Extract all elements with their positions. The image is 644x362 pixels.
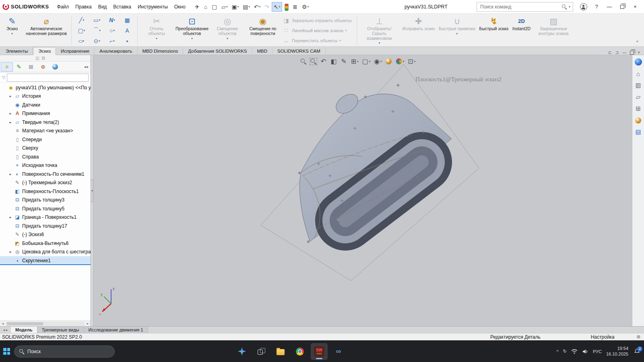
expand-arrow-icon[interactable]: ▸	[8, 111, 12, 115]
doc-window-button[interactable]: ×	[638, 50, 640, 55]
ribbon-collapse-icon[interactable]: ^	[632, 39, 642, 46]
menu-item[interactable]: Файл	[54, 2, 72, 11]
expand-arrow-icon[interactable]: ▸	[8, 215, 12, 219]
expand-arrow-icon[interactable]: ▸	[8, 250, 12, 254]
ribbon-button[interactable]: ⌀ Автоматическое нанесение размеров	[23, 14, 70, 46]
dropdown-caret-icon[interactable]: ▾	[369, 60, 371, 63]
menu-item[interactable]: Вид	[95, 2, 110, 11]
panel-scroll-left-icon[interactable]: ◂	[84, 65, 86, 69]
hud-button[interactable]	[386, 58, 392, 64]
dropdown-caret-icon[interactable]: ▾	[379, 41, 380, 45]
ribbon-button[interactable]: ⊥ Отобразить/Скрыть взаимосвязи ▾	[358, 14, 400, 46]
dropdown-caret-icon[interactable]: ▾	[403, 60, 405, 63]
panel-tab[interactable]	[49, 62, 61, 72]
expand-arrow-icon[interactable]: ▸	[8, 94, 12, 98]
dropdown-caret-icon[interactable]: ▾	[345, 29, 347, 32]
dropdown-caret-icon[interactable]: ▾	[357, 60, 359, 63]
ribbon-tab[interactable]: Добавления SOLIDWORKS	[183, 47, 252, 55]
tree-item[interactable]: ◆ ручкаV31 (По умолчанию) <<По ум	[0, 83, 91, 92]
ribbon-tab[interactable]: Анализировать	[95, 47, 137, 55]
tree-item[interactable]: ▸ A Примечания	[0, 109, 91, 118]
expand-arrow-icon[interactable]: ▸	[8, 172, 12, 176]
document-tab[interactable]: Модель	[11, 327, 37, 333]
quick-icon-button[interactable]: ✈	[193, 2, 202, 12]
notification-center-button[interactable]: 2	[633, 348, 641, 356]
ribbon-tab[interactable]: MBD	[252, 47, 272, 55]
hud-button[interactable]: ⊞ ▾	[351, 58, 359, 65]
quick-icon-button[interactable]: ⚙ ▾	[300, 2, 311, 12]
doc-window-button[interactable]: —	[622, 50, 626, 55]
funnel-icon[interactable]: ▽	[2, 75, 5, 80]
dropdown-caret-icon[interactable]: ▾	[114, 19, 115, 22]
ribbon-tab[interactable]: Исправление	[56, 47, 95, 55]
tree-item[interactable]: ▸ ▱ История	[0, 92, 91, 101]
quick-icon-button[interactable]: ↷	[262, 2, 272, 12]
menu-item[interactable]: Окно	[171, 2, 189, 11]
ribbon-button[interactable]: ∷ Линейный массив эскиза ▾	[283, 26, 353, 35]
quick-icon-button[interactable]: ↖ ▾	[272, 2, 282, 12]
sketch-tool-button[interactable]: ⊙ ▾	[89, 36, 104, 46]
document-tab[interactable]: Исследование движения 1	[84, 327, 148, 333]
ribbon-tab[interactable]: SOLIDWORKS CAM	[272, 47, 326, 55]
task-pane-button[interactable]	[634, 58, 642, 66]
tree-item[interactable]: ◉ Датчики	[0, 101, 91, 109]
dropdown-caret-icon[interactable]: ▾	[227, 37, 228, 40]
command-search-input[interactable]	[479, 4, 560, 10]
taskbar-clock[interactable]: 19:54 16.10.2025	[606, 346, 628, 357]
tree-item[interactable]: ◧ Поверхность-Плоскость1	[0, 187, 91, 196]
dropdown-caret-icon[interactable]: ▾	[113, 29, 115, 32]
model-canvas[interactable]	[93, 55, 632, 326]
menu-item[interactable]: Инструменты	[134, 2, 171, 11]
tree-item[interactable]: ⊟ Придать толщину5	[0, 204, 91, 213]
sketch-tool-button[interactable]: ▭ ▾	[89, 15, 104, 25]
dropdown-caret-icon[interactable]: ▾	[307, 5, 309, 8]
taskbar-app-button[interactable]	[253, 343, 270, 360]
ribbon-button[interactable]: ↔ Переместить объекты ▾	[283, 36, 353, 45]
sketch-tool-button[interactable]: ▪	[120, 36, 135, 46]
panel-tab[interactable]: ✎	[13, 62, 25, 72]
ribbon-tab[interactable]: Элементы	[1, 47, 33, 55]
tab-scroll-right-icon[interactable]: ▸	[85, 322, 91, 325]
sketch-tool-button[interactable]: A	[120, 25, 135, 35]
task-pane-button[interactable]: ⊞	[634, 105, 642, 112]
tree-item[interactable]: ≡ Материал <не указан>	[0, 127, 91, 136]
task-pane-button[interactable]: ▤	[634, 128, 642, 136]
window-control-button[interactable]: ?	[590, 2, 603, 12]
dropdown-caret-icon[interactable]: ▾	[226, 5, 228, 8]
dropdown-caret-icon[interactable]: ▾	[339, 39, 341, 42]
ribbon-button[interactable]: ✎ Эскиз ▾	[2, 14, 23, 46]
dropdown-caret-icon[interactable]: ▾	[113, 39, 115, 43]
hud-button[interactable]: ▢ ▾	[362, 58, 371, 65]
graphics-viewport[interactable]: Плоскость1@Трехмерный эскиз2 ↶	[93, 55, 632, 326]
taskbar-app-button[interactable]	[233, 343, 250, 360]
volume-icon[interactable]	[582, 349, 588, 354]
dropdown-caret-icon[interactable]: ▾	[237, 5, 239, 8]
tree-item[interactable]: ✎ (-) Трехмерный эскиз2	[0, 179, 91, 187]
panel-tab[interactable]: ⊕	[37, 62, 49, 72]
wifi-icon[interactable]	[571, 349, 578, 354]
ribbon-button[interactable]: ∪ Быстрые привязки ▾	[437, 14, 477, 46]
quick-icon-button[interactable]: ▱ ▾	[219, 2, 229, 12]
hud-button[interactable]: ⊡ ▾	[408, 58, 415, 65]
panel-collapse-handle[interactable]: ◂	[91, 179, 93, 202]
quick-icon-button[interactable]: ▤ ▾	[241, 2, 252, 12]
dropdown-caret-icon[interactable]: ▾	[456, 32, 458, 35]
ribbon-button[interactable]: ↯ Быстрый эскиз	[477, 14, 511, 46]
task-pane-button[interactable]: ▱	[634, 93, 642, 101]
ribbon-tab[interactable]: MBD Dimensions	[138, 47, 184, 55]
doc-window-button[interactable]: ⊏	[608, 50, 611, 55]
taskbar-app-button[interactable]	[291, 343, 308, 360]
tree-item[interactable]: ▯ Спереди	[0, 135, 91, 144]
hud-button[interactable]: ✎	[341, 58, 347, 65]
dropdown-caret-icon[interactable]: ▾	[248, 5, 250, 8]
dropdown-caret-icon[interactable]: ▾	[156, 37, 157, 40]
doc-window-button[interactable]: ⊐	[615, 50, 619, 55]
panel-horizontal-scrollbar[interactable]: ◂ ▸	[0, 321, 91, 326]
ribbon-button[interactable]: ✚ Исправить эскиз	[400, 14, 437, 46]
ribbon-button[interactable]: 2D Instant2D	[510, 14, 533, 46]
tree-item[interactable]: ▸ ▱ Твердые тела(2)	[0, 118, 91, 127]
quick-icon-button[interactable]: ↶ ▾	[252, 2, 262, 12]
hud-button[interactable]: ◉ ▾	[374, 58, 382, 65]
dropdown-caret-icon[interactable]: ▾	[99, 39, 100, 43]
ribbon-button[interactable]: ◉ Смещение по поверхности	[245, 14, 281, 46]
